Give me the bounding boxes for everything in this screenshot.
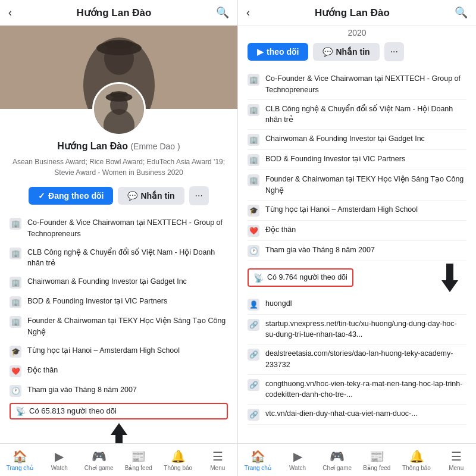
nav-notify-left[interactable]: 🔔 Thông báo <box>158 444 198 476</box>
search-icon-right[interactable]: 🔍 <box>455 6 468 19</box>
nav-game-right[interactable]: 🎮 Chơi game <box>317 444 357 476</box>
nav-label: Thông báo <box>164 465 192 471</box>
avatar <box>92 82 146 136</box>
more-button-left[interactable]: ··· <box>189 186 209 205</box>
info-text: Founder & Chairwoman tại TEKY Học Viện S… <box>27 315 228 338</box>
nav-game-left[interactable]: 🎮 Chơi game <box>79 444 119 476</box>
right-panel: ‹ Hướng Lan Đào 🔍 2020 ▶ theo dõi 💬 Nhắn… <box>238 0 476 476</box>
nav-label: Trang chủ <box>7 465 33 471</box>
nav-label: Trang chủ <box>245 465 271 471</box>
profile-year: 2020 <box>238 26 476 42</box>
nav-home-left[interactable]: 🏠 Trang chủ <box>0 444 40 476</box>
company-icon-r3: 🏢 <box>248 134 259 146</box>
list-item: 🔗 congthuong.vn/hoc-vien-teky-ra-mat-nen… <box>248 375 466 405</box>
company-icon-2: 🏢 <box>10 248 21 259</box>
right-header-title: Hướng Lan Đào <box>250 7 455 19</box>
profile-info: Hướng Lan Đào (Emme Dao ) <box>0 136 237 154</box>
nav-label: Bảng feed <box>125 465 152 471</box>
right-header: ‹ Hướng Lan Đào 🔍 <box>238 0 476 26</box>
notify-icon-left: 🔔 <box>171 449 186 464</box>
menu-icon-right: ☰ <box>451 449 462 464</box>
followers-row-left: 📡 Có 65.813 người theo dõi <box>10 400 228 422</box>
profile-alias: (Emme Dao ) <box>130 142 180 151</box>
profile-name: Hướng Lan Đào (Emme Dao ) <box>57 141 180 151</box>
message-button-right[interactable]: 💬 Nhắn tin <box>313 43 379 61</box>
info-text: BOD & Founding Investor tại VIC Partners <box>265 154 405 165</box>
messenger-icon-left: 💬 <box>127 191 137 201</box>
info-text: BOD & Founding Investor tại VIC Partners <box>27 296 167 307</box>
company-icon-r4: 🏢 <box>248 154 259 166</box>
nav-watch-left[interactable]: ▶ Watch <box>40 444 80 476</box>
info-text: Từng học tại Hanoi – Amsterdam High Scho… <box>265 204 418 215</box>
watch-icon-left: ▶ <box>55 449 64 464</box>
list-item: 🔗 vtc.vn/dai-dien-duy-nhat-cua-viet-nam-… <box>248 405 466 425</box>
nav-label: Menu <box>210 465 225 471</box>
nav-home-right[interactable]: 🏠 Trang chủ <box>238 444 278 476</box>
nav-feed-right[interactable]: 📰 Bảng feed <box>357 444 397 476</box>
following-icon: ▶ <box>257 47 264 57</box>
list-item: 🏢 BOD & Founding Investor tại VIC Partne… <box>248 150 466 170</box>
info-text: dealstreetasia.com/stories/dao-lan-huong… <box>265 348 466 371</box>
follow-icon: ✓ <box>38 191 45 201</box>
search-icon-left[interactable]: 🔍 <box>216 6 229 19</box>
list-item: ❤️ Độc thân <box>10 361 228 381</box>
info-text: congthuong.vn/hoc-vien-teky-ra-mat-nen-t… <box>265 378 466 401</box>
list-item: 🏢 Founder & Chairwoman tại TEKY Học Viện… <box>248 170 466 201</box>
list-item: 🏢 CLB Công nghệ & Chuyển đổi số Việt Nam… <box>248 100 466 130</box>
heart-icon-right: ❤️ <box>248 225 259 237</box>
clock-icon-right: 🕐 <box>248 245 259 257</box>
profile-icon-right: 👤 <box>248 299 259 311</box>
svg-point-10 <box>110 91 128 98</box>
info-text: startup.vnexpress.net/tin-tuc/xu-huong/u… <box>265 318 466 341</box>
nav-label: Watch <box>51 465 68 471</box>
nav-label: Chơi game <box>84 465 114 471</box>
followers-icon-right: 📡 <box>253 273 264 283</box>
link-icon-r3: 🔗 <box>248 379 259 391</box>
messenger-icon-right: 💬 <box>322 47 333 57</box>
nav-label: Thông báo <box>402 465 431 471</box>
info-text: Founder & Chairwoman tại TEKY Học Viện S… <box>265 174 466 196</box>
nav-watch-right[interactable]: ▶ Watch <box>278 444 318 476</box>
followers-icon-left: 📡 <box>15 406 26 416</box>
nav-label: Bảng feed <box>363 465 390 471</box>
nav-menu-left[interactable]: ☰ Menu <box>198 444 238 476</box>
company-icon-r2: 🏢 <box>248 104 259 116</box>
home-icon-right: 🏠 <box>250 449 265 464</box>
list-item: 🏢 Chairwoman & Founding Investor tại Gad… <box>10 273 228 292</box>
watch-icon-right: ▶ <box>293 449 302 464</box>
nav-notify-right[interactable]: 🔔 Thông báo <box>397 444 437 476</box>
info-list-right: 🏢 Co-Founder & Vice Chairwoman tại NEXTT… <box>238 67 476 443</box>
nav-menu-right[interactable]: ☰ Menu <box>436 444 476 476</box>
followers-box-right: 📡 Có 9.764 người theo dõi <box>248 268 353 287</box>
left-panel: ‹ Hướng Lan Đào 🔍 <box>0 0 238 476</box>
doc-than-text: Độc thân <box>265 224 296 236</box>
company-icon-1: 🏢 <box>10 218 21 230</box>
more-button-right[interactable]: ··· <box>384 42 404 61</box>
nav-label: Chơi game <box>322 465 352 471</box>
info-text: Co-Founder & Vice Chairwoman tại NEXTTEC… <box>27 217 228 240</box>
arrow-body-up <box>115 435 123 444</box>
list-item: 🎓 Từng học tại Hanoi – Amsterdam High Sc… <box>248 201 466 221</box>
nav-feed-left[interactable]: 📰 Bảng feed <box>119 444 159 476</box>
avatar-wrapper <box>0 82 237 136</box>
list-item: 🏢 Co-Founder & Vice Chairwoman tại NEXTT… <box>10 214 228 243</box>
profile-bio: Asean Business Award; Rice Bowl Award; E… <box>0 154 237 180</box>
left-header: ‹ Hướng Lan Đào 🔍 <box>0 0 237 26</box>
company-icon-r5: 🏢 <box>248 174 259 186</box>
followers-count-left: Có 65.813 người theo dõi <box>29 406 117 415</box>
info-text: CLB Công nghệ & Chuyển đổi số Việt Nam -… <box>27 247 228 270</box>
company-icon-4: 🏢 <box>10 296 21 308</box>
follow-button-left[interactable]: ✓ Đang theo dõi <box>29 187 113 205</box>
following-button-right[interactable]: ▶ theo dõi <box>248 43 308 61</box>
list-item: 🏢 Co-Founder & Vice Chairwoman tại NEXTT… <box>248 70 466 100</box>
education-icon: 🎓 <box>10 346 21 358</box>
arrow-down-indicator <box>441 264 458 292</box>
info-text: Tham gia vào Tháng 8 năm 2007 <box>27 384 137 396</box>
back-icon-left[interactable]: ‹ <box>8 7 12 19</box>
feed-icon-right: 📰 <box>369 449 384 464</box>
message-button-left[interactable]: 💬 Nhắn tin <box>118 187 184 205</box>
nav-label: Watch <box>289 465 306 471</box>
notify-icon-right: 🔔 <box>409 449 424 464</box>
action-buttons-right: ▶ theo dõi 💬 Nhắn tin ··· <box>238 42 476 67</box>
link-icon-r2: 🔗 <box>248 349 259 361</box>
